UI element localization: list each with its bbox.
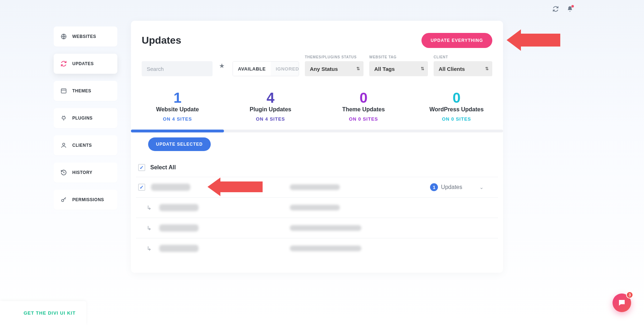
site-name-redacted bbox=[159, 224, 199, 232]
site-name-redacted bbox=[159, 245, 199, 252]
select-all-row: Select All bbox=[136, 158, 498, 177]
status-filter-select[interactable]: Any Status bbox=[305, 61, 364, 76]
sidebar-item-clients[interactable]: CLIENTS bbox=[54, 135, 117, 155]
site-meta-redacted bbox=[290, 184, 340, 190]
history-icon bbox=[60, 169, 67, 176]
promo-banner[interactable]: GET THE DIVI UI KIT bbox=[0, 301, 86, 325]
chat-launcher[interactable]: 3 bbox=[613, 294, 631, 312]
main-panel: Updates UPDATE EVERYTHING ★ AVAILABLE IG… bbox=[131, 21, 503, 273]
sidebar-item-websites[interactable]: WEBSITES bbox=[54, 26, 117, 47]
sidebar-item-permissions[interactable]: PERMISSIONS bbox=[54, 190, 117, 210]
stat-sites: ON 4 SITES bbox=[224, 116, 317, 122]
stat-wordpress-updates[interactable]: 0 WordPress Updates ON 0 SITES bbox=[410, 87, 503, 127]
stat-sites: ON 4 SITES bbox=[131, 116, 224, 122]
select-all-checkbox[interactable] bbox=[138, 164, 145, 171]
sidebar-item-label: CLIENTS bbox=[72, 143, 92, 148]
svg-point-3 bbox=[63, 143, 65, 145]
site-meta-redacted bbox=[290, 225, 361, 231]
tag-filter-label: WEBSITE TAG bbox=[369, 55, 428, 59]
site-meta-redacted bbox=[290, 246, 361, 251]
sidebar-item-history[interactable]: HISTORY bbox=[54, 162, 117, 183]
tab-underline-track bbox=[131, 130, 503, 132]
status-filter-label: THEMES/PLUGINS STATUS bbox=[305, 55, 364, 59]
stat-theme-updates[interactable]: 0 Theme Updates ON 0 SITES bbox=[317, 87, 410, 127]
key-icon bbox=[60, 196, 67, 203]
refresh-icon bbox=[60, 60, 67, 67]
notifications-bell-icon[interactable] bbox=[567, 6, 573, 14]
sidebar-item-plugins[interactable]: PLUGINS bbox=[54, 108, 117, 128]
row-updates-indicator[interactable]: 1 Updates ⌄ bbox=[430, 183, 484, 191]
layout-icon bbox=[60, 87, 67, 94]
site-subrow[interactable]: ↳ bbox=[136, 198, 498, 218]
updates-label: Updates bbox=[441, 184, 462, 190]
chat-unread-badge: 3 bbox=[626, 291, 633, 299]
svg-rect-1 bbox=[61, 89, 66, 93]
client-filter-label: CLIENT bbox=[434, 55, 492, 59]
sidebar-item-label: PLUGINS bbox=[72, 116, 93, 121]
client-filter-select[interactable]: All Clients bbox=[434, 61, 492, 76]
notifications-dot bbox=[571, 5, 574, 8]
stat-label: Plugin Updates bbox=[224, 106, 317, 113]
availability-toggle: AVAILABLE IGNORED bbox=[233, 61, 299, 76]
search-input[interactable] bbox=[142, 61, 213, 76]
sidebar-item-themes[interactable]: THEMES bbox=[54, 81, 117, 101]
site-name-redacted bbox=[159, 204, 199, 211]
user-icon bbox=[60, 142, 67, 149]
globe-icon bbox=[60, 33, 67, 40]
select-all-label: Select All bbox=[150, 164, 176, 171]
tab-underline-active bbox=[131, 130, 224, 132]
site-subrow[interactable]: ↳ bbox=[136, 218, 498, 238]
subitem-arrow-icon: ↳ bbox=[147, 225, 151, 232]
sidebar-item-label: PERMISSIONS bbox=[72, 197, 104, 202]
tab-ignored[interactable]: IGNORED bbox=[271, 62, 299, 76]
sidebar-item-label: UPDATES bbox=[72, 61, 94, 66]
updates-count-badge: 1 bbox=[430, 183, 438, 191]
stat-count: 0 bbox=[410, 90, 503, 106]
stat-count: 4 bbox=[224, 90, 317, 106]
update-everything-button[interactable]: UPDATE EVERYTHING bbox=[421, 33, 492, 48]
favorites-star-icon[interactable]: ★ bbox=[218, 62, 227, 70]
site-name-redacted bbox=[151, 184, 190, 191]
stats-tabs: 1 Website Update ON 4 SITES 4 Plugin Upd… bbox=[131, 83, 503, 127]
site-meta-redacted bbox=[290, 205, 340, 210]
sidebar-item-label: WEBSITES bbox=[72, 34, 96, 39]
stat-sites: ON 0 SITES bbox=[317, 116, 410, 122]
sidebar-item-label: THEMES bbox=[72, 88, 91, 93]
stat-sites: ON 0 SITES bbox=[410, 116, 503, 122]
update-selected-button[interactable]: UPDATE SELECTED bbox=[148, 137, 211, 151]
sidebar: WEBSITES UPDATES THEMES PLUGINS CLIENTS … bbox=[54, 26, 117, 210]
svg-rect-2 bbox=[62, 117, 65, 119]
stat-count: 0 bbox=[317, 90, 410, 106]
annotation-arrow bbox=[507, 29, 560, 51]
site-row[interactable]: 1 Updates ⌄ bbox=[136, 177, 498, 198]
stat-label: Website Update bbox=[131, 106, 224, 113]
tab-available[interactable]: AVAILABLE bbox=[233, 62, 271, 76]
stat-label: Theme Updates bbox=[317, 106, 410, 113]
subitem-arrow-icon: ↳ bbox=[147, 204, 151, 211]
tag-filter-select[interactable]: All Tags bbox=[369, 61, 428, 76]
annotation-arrow bbox=[208, 178, 263, 196]
stat-label: WordPress Updates bbox=[410, 106, 503, 113]
row-checkbox[interactable] bbox=[138, 184, 145, 191]
stat-count: 1 bbox=[131, 90, 224, 106]
stat-plugin-updates[interactable]: 4 Plugin Updates ON 4 SITES bbox=[224, 87, 317, 127]
sidebar-item-label: HISTORY bbox=[72, 170, 92, 175]
sidebar-item-updates[interactable]: UPDATES bbox=[54, 54, 117, 74]
stat-website-updates[interactable]: 1 Website Update ON 4 SITES bbox=[131, 87, 224, 127]
plug-icon bbox=[60, 115, 67, 122]
chevron-down-icon: ⌄ bbox=[479, 184, 484, 190]
page-title: Updates bbox=[142, 35, 181, 46]
site-subrow[interactable]: ↳ bbox=[136, 238, 498, 258]
subitem-arrow-icon: ↳ bbox=[147, 245, 151, 252]
top-refresh-icon[interactable] bbox=[552, 6, 559, 14]
